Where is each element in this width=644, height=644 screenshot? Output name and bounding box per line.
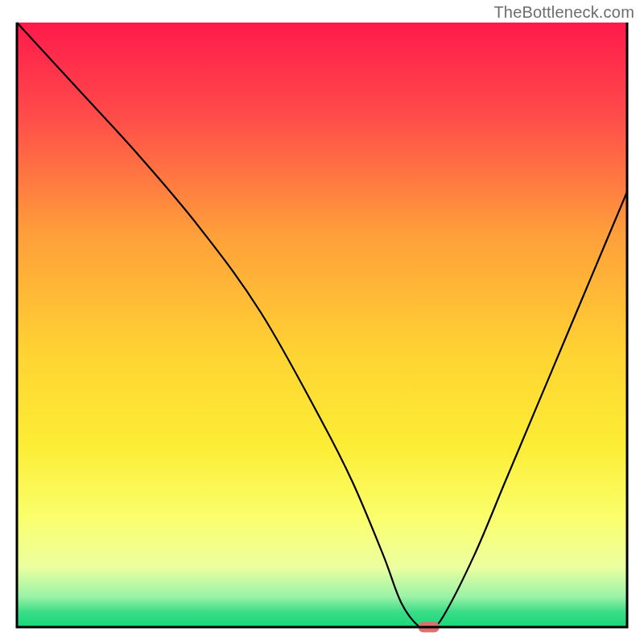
- plot-background: [17, 23, 627, 627]
- chart-container: TheBottleneck.com: [0, 0, 644, 644]
- bottleneck-chart: [0, 0, 644, 644]
- watermark-text: TheBottleneck.com: [493, 3, 634, 22]
